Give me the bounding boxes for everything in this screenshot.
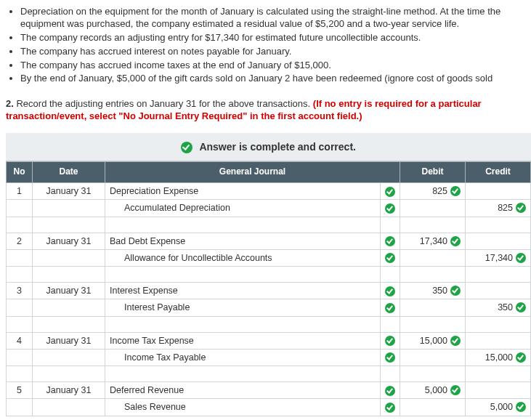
entry-no — [7, 349, 33, 366]
account-cell[interactable]: Deferred Revenue — [105, 382, 381, 399]
check-icon — [385, 336, 395, 346]
table-row: 5January 31Deferred Revenue5,000 — [7, 382, 531, 399]
credit-cell[interactable]: 825 — [466, 200, 531, 217]
table-row: Income Tax Payable15,000 — [7, 349, 531, 366]
account-cell[interactable]: Interest Payable — [105, 299, 381, 316]
row-check — [381, 249, 400, 266]
row-check — [381, 299, 400, 316]
debit-cell[interactable] — [400, 200, 466, 217]
check-icon — [450, 385, 461, 395]
check-icon — [385, 386, 395, 396]
amount-value: 5,000 — [425, 384, 447, 396]
debit-cell[interactable]: 5,000 — [400, 382, 466, 399]
credit-cell[interactable]: 350 — [466, 299, 531, 316]
debit-cell[interactable]: 350 — [400, 283, 466, 299]
entry-date: January 31 — [33, 382, 105, 399]
bullet-item: The company has accrued income taxes at … — [20, 60, 531, 72]
credit-cell[interactable]: 17,340 — [466, 249, 531, 266]
row-check — [381, 332, 400, 349]
debit-cell[interactable] — [400, 349, 466, 366]
spacer-row — [7, 366, 531, 382]
debit-cell[interactable] — [400, 249, 466, 266]
row-check — [381, 349, 400, 366]
debit-cell[interactable]: 825 — [400, 183, 466, 200]
entry-date — [33, 200, 105, 217]
entry-date — [33, 349, 105, 366]
table-row: 4January 31Income Tax Expense15,000 — [7, 332, 531, 349]
check-icon — [181, 142, 192, 153]
journal-table: No Date General Journal Debit Credit 1Ja… — [6, 161, 531, 416]
row-check — [381, 399, 400, 416]
status-banner: Answer is complete and correct. — [6, 133, 531, 161]
table-row: Accumulated Depreciation825 — [7, 200, 531, 217]
table-header-row: No Date General Journal Debit Credit — [7, 162, 531, 183]
debit-cell[interactable] — [400, 399, 466, 416]
credit-cell[interactable] — [466, 332, 531, 349]
table-row: Sales Revenue5,000 — [7, 399, 531, 416]
account-cell[interactable]: Allowance for Uncollectible Accounts — [105, 249, 381, 266]
row-check — [381, 382, 400, 399]
check-icon — [385, 286, 395, 296]
credit-cell[interactable] — [466, 283, 531, 299]
check-icon — [385, 253, 395, 263]
credit-cell[interactable] — [466, 183, 531, 200]
account-cell[interactable]: Bad Debt Expense — [105, 233, 381, 249]
amount-value: 5,000 — [490, 401, 513, 413]
row-check — [381, 233, 400, 249]
entry-no — [7, 299, 33, 316]
check-icon — [385, 303, 395, 313]
debit-cell[interactable]: 17,340 — [400, 233, 466, 249]
account-cell[interactable]: Interest Expense — [105, 283, 381, 299]
account-cell[interactable]: Income Tax Payable — [105, 349, 381, 366]
check-icon — [450, 236, 461, 246]
bullet-item: By the end of January, $5,000 of the gif… — [20, 73, 531, 85]
entry-no: 4 — [7, 332, 33, 349]
entry-date: January 31 — [33, 233, 105, 249]
table-row: 3January 31Interest Expense350 — [7, 283, 531, 299]
amount-value: 825 — [498, 202, 513, 214]
header-general-journal: General Journal — [105, 162, 400, 183]
debit-cell[interactable]: 15,000 — [400, 332, 466, 349]
credit-cell[interactable] — [466, 382, 531, 399]
entry-date — [33, 249, 105, 266]
credit-cell[interactable]: 5,000 — [466, 399, 531, 416]
question-prompt: 2. Record the adjusting entries on Janua… — [6, 98, 531, 123]
question-number: 2. — [6, 98, 14, 109]
bullet-list: Depreciation on the equipment for the mo… — [6, 6, 531, 85]
row-check — [381, 283, 400, 299]
account-cell[interactable]: Income Tax Expense — [105, 332, 381, 349]
credit-cell[interactable] — [466, 233, 531, 249]
spacer-row — [7, 267, 531, 283]
status-text: Answer is complete and correct. — [199, 141, 356, 153]
bullet-item: The company records an adjusting entry f… — [20, 32, 531, 44]
entry-date — [33, 399, 105, 416]
question-text: Record the adjusting entries on January … — [16, 98, 310, 109]
account-cell[interactable]: Sales Revenue — [105, 399, 381, 416]
header-debit: Debit — [400, 162, 466, 183]
account-cell[interactable]: Depreciation Expense — [105, 183, 381, 200]
account-cell[interactable]: Accumulated Depreciation — [105, 200, 381, 217]
table-row: Allowance for Uncollectible Accounts17,3… — [7, 249, 531, 266]
credit-cell[interactable]: 15,000 — [466, 349, 531, 366]
bullet-item: Depreciation on the equipment for the mo… — [20, 6, 531, 31]
entry-no — [7, 399, 33, 416]
check-icon — [450, 336, 461, 346]
header-date: Date — [33, 162, 105, 183]
bullet-item: The company has accrued interest on note… — [20, 46, 531, 58]
entry-no — [7, 249, 33, 266]
amount-value: 17,340 — [420, 235, 447, 247]
entry-no: 2 — [7, 233, 33, 249]
entry-date: January 31 — [33, 183, 105, 200]
amount-value: 15,000 — [485, 352, 513, 363]
check-icon — [516, 203, 526, 213]
check-icon — [516, 402, 526, 412]
entry-no: 1 — [7, 183, 33, 200]
amount-value: 350 — [432, 285, 447, 296]
table-row: 2January 31Bad Debt Expense17,340 — [7, 233, 531, 249]
amount-value: 825 — [432, 185, 447, 197]
entry-date: January 31 — [33, 283, 105, 299]
check-icon — [385, 236, 395, 246]
entry-date — [33, 299, 105, 316]
debit-cell[interactable] — [400, 299, 466, 316]
entry-date: January 31 — [33, 332, 105, 349]
